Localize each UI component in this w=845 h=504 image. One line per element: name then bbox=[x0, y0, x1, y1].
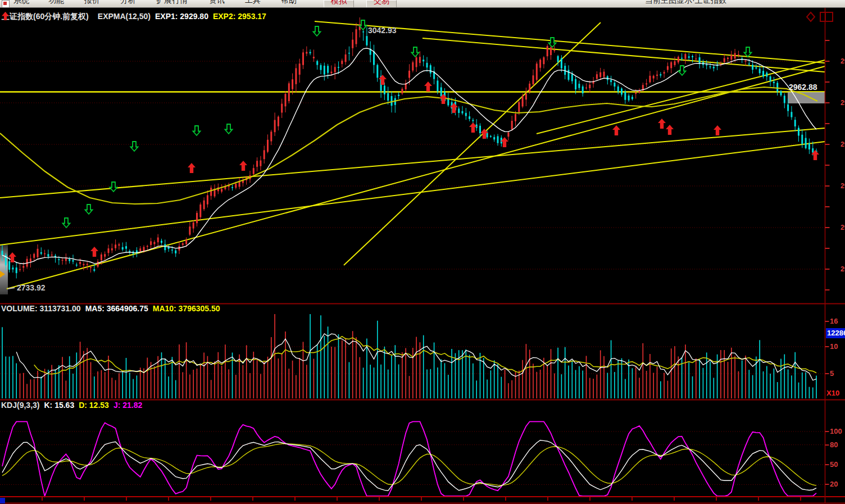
chart-canvas[interactable]: 292929292929 bbox=[0, 0, 845, 504]
diamond-icon[interactable] bbox=[807, 12, 815, 21]
kdj-axis-label-2: 80 bbox=[830, 441, 838, 449]
trading-terminal: 系统功能报价分析扩展行情资讯工具帮助模拟交易当前主图显示·上证指数 292929… bbox=[0, 0, 845, 504]
kdj-axis-label-3: 50 bbox=[830, 460, 838, 469]
exp2-value: EXP2: 2953.17 bbox=[213, 12, 266, 21]
volume-axis-label-3: 5 bbox=[830, 369, 834, 378]
kdj-k: K: 15.63 bbox=[44, 401, 74, 410]
svg-text:29: 29 bbox=[841, 265, 845, 273]
menu-item-6[interactable]: 资讯 bbox=[209, 0, 225, 6]
menu-item-3[interactable]: 报价 bbox=[84, 0, 100, 6]
menubar-status-text: 当前主图显示·上证指数 bbox=[645, 0, 726, 6]
menu-item-8[interactable]: 帮助 bbox=[281, 0, 297, 6]
bottom-left-badge bbox=[0, 498, 5, 503]
menu-item-5[interactable]: 扩展行情 bbox=[156, 0, 188, 6]
menu-item-1[interactable]: 系统 bbox=[13, 0, 29, 6]
svg-text:29: 29 bbox=[841, 182, 845, 190]
menu-item-4[interactable]: 分析 bbox=[120, 0, 136, 6]
volume-ma10: MA10: 3796305.50 bbox=[153, 304, 220, 313]
high-price-label: 3042.93 bbox=[368, 26, 397, 35]
instrument-title: 上证指数(60分钟.前复权) bbox=[2, 12, 89, 21]
kdj-j: J: 21.82 bbox=[113, 401, 142, 410]
kdj-d: D: 12.53 bbox=[79, 401, 109, 410]
main-panel-header: 上证指数(60分钟.前复权)EXPMA(12,50)EXP1: 2929.80E… bbox=[2, 12, 271, 22]
volume-value: VOLUME: 3113731.00 bbox=[1, 304, 81, 313]
kdj-name: KDJ(9,3,3) bbox=[1, 401, 39, 410]
volume-axis-label-2: 10 bbox=[830, 342, 838, 351]
toolbar-button-1[interactable]: 模拟 bbox=[324, 0, 354, 8]
volume-unit-label: X10 bbox=[826, 389, 839, 397]
svg-text:29: 29 bbox=[841, 224, 845, 231]
toolbar-button-2[interactable]: 交易 bbox=[366, 0, 397, 8]
split-window-icon[interactable] bbox=[820, 12, 833, 21]
last-price-label: 2962.88 bbox=[789, 83, 817, 92]
exp1-value: EXP1: 2929.80 bbox=[155, 12, 208, 21]
app-icon[interactable] bbox=[2, 0, 10, 8]
last-volume-badge: 12286 bbox=[826, 328, 845, 338]
low-price-label: 2733.92 bbox=[17, 283, 46, 292]
menu-item-2[interactable]: 功能 bbox=[48, 0, 64, 6]
svg-text:29: 29 bbox=[841, 140, 845, 148]
svg-text:29: 29 bbox=[841, 99, 845, 107]
svg-text:29: 29 bbox=[841, 57, 845, 65]
volume-panel-header: VOLUME: 3113731.00MA5: 3664906.75MA10: 3… bbox=[1, 304, 225, 313]
menu-item-7[interactable]: 工具 bbox=[245, 0, 261, 6]
indicator-name: EXPMA(12,50) bbox=[98, 12, 151, 21]
kdj-panel-header: KDJ(9,3,3)K: 15.63D: 12.53J: 21.82 bbox=[1, 401, 147, 410]
menu-bar: 系统功能报价分析扩展行情资讯工具帮助模拟交易当前主图显示·上证指数 bbox=[0, 0, 845, 8]
volume-ma5: MA5: 3664906.75 bbox=[85, 304, 148, 313]
volume-axis-label-1: 16 bbox=[830, 317, 838, 325]
kdj-axis-label-4: 20 bbox=[830, 480, 838, 488]
kdj-axis-label-1: 100 bbox=[830, 427, 842, 435]
